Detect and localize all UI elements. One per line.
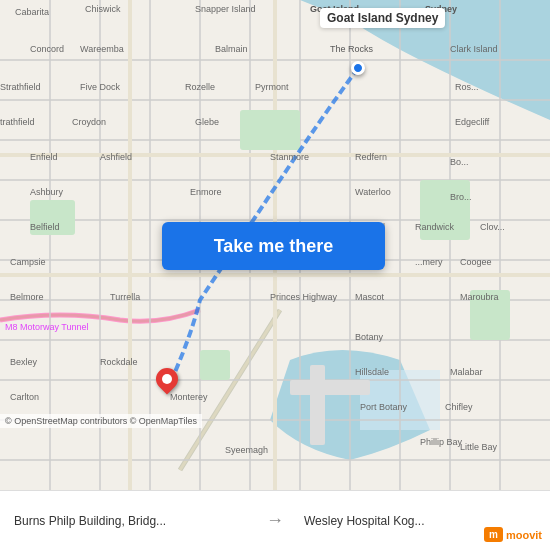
svg-text:Port Botany: Port Botany — [360, 402, 408, 412]
moovit-logo: m moovit — [484, 527, 542, 542]
bottom-bar: Burns Philp Building, Bridg... → Wesley … — [0, 490, 550, 550]
svg-text:Mascot: Mascot — [355, 292, 385, 302]
button-label: Take me there — [214, 236, 334, 257]
map-attribution: © OpenStreetMap contributors © OpenMapTi… — [0, 414, 202, 428]
from-location-label: Burns Philp Building, Bridg... — [0, 514, 260, 528]
svg-text:...mery: ...mery — [415, 257, 443, 267]
svg-text:Five Dock: Five Dock — [80, 82, 121, 92]
svg-text:Rockdale: Rockdale — [100, 357, 138, 367]
svg-text:Croydon: Croydon — [72, 117, 106, 127]
svg-text:Clov...: Clov... — [480, 222, 505, 232]
svg-text:Waterloo: Waterloo — [355, 187, 391, 197]
svg-text:M8 Motorway Tunnel: M8 Motorway Tunnel — [5, 322, 89, 332]
svg-text:Pyrmont: Pyrmont — [255, 82, 289, 92]
svg-text:Strathfield: Strathfield — [0, 82, 41, 92]
map-container: Cabarita Chiswick Snapper Island Goat Is… — [0, 0, 550, 490]
svg-text:Maroubra: Maroubra — [460, 292, 499, 302]
take-me-there-button[interactable]: Take me there — [162, 222, 385, 270]
location-label: Goat Island Sydney — [320, 8, 445, 28]
svg-text:Malabar: Malabar — [450, 367, 483, 377]
svg-text:Rozelle: Rozelle — [185, 82, 215, 92]
svg-rect-28 — [240, 110, 300, 150]
svg-text:Edgecliff: Edgecliff — [455, 117, 490, 127]
svg-text:Turrella: Turrella — [110, 292, 140, 302]
svg-text:Stanmore: Stanmore — [270, 152, 309, 162]
svg-text:Concord: Concord — [30, 44, 64, 54]
svg-text:Phillip Bay: Phillip Bay — [420, 437, 463, 447]
origin-location-text: Goat Island Sydney — [327, 11, 438, 25]
svg-text:Belfield: Belfield — [30, 222, 60, 232]
svg-rect-34 — [310, 365, 325, 445]
svg-text:Clark Island: Clark Island — [450, 44, 498, 54]
svg-text:Redfern: Redfern — [355, 152, 387, 162]
arrow-icon: → — [260, 510, 290, 531]
svg-text:trathfield: trathfield — [0, 117, 35, 127]
destination-marker — [156, 368, 178, 390]
svg-text:Chiswick: Chiswick — [85, 4, 121, 14]
svg-text:Princes Highway: Princes Highway — [270, 292, 338, 302]
to-location-label: Wesley Hospital Kog... — [290, 514, 550, 528]
moovit-text: moovit — [506, 529, 542, 541]
svg-text:Glebe: Glebe — [195, 117, 219, 127]
svg-text:Enfield: Enfield — [30, 152, 58, 162]
svg-text:Monterey: Monterey — [170, 392, 208, 402]
svg-text:Little Bay: Little Bay — [460, 442, 498, 452]
svg-text:Randwick: Randwick — [415, 222, 455, 232]
svg-text:Ashbury: Ashbury — [30, 187, 64, 197]
pin-head — [151, 363, 182, 394]
svg-text:Wareemba: Wareemba — [80, 44, 124, 54]
svg-rect-32 — [200, 350, 230, 380]
svg-rect-33 — [290, 380, 370, 395]
svg-text:Cabarita: Cabarita — [15, 7, 49, 17]
svg-text:Ashfield: Ashfield — [100, 152, 132, 162]
svg-text:Carlton: Carlton — [10, 392, 39, 402]
svg-text:Botany: Botany — [355, 332, 384, 342]
svg-text:Campsie: Campsie — [10, 257, 46, 267]
svg-text:Bexley: Bexley — [10, 357, 38, 367]
svg-text:Bo...: Bo... — [450, 157, 469, 167]
svg-text:Balmain: Balmain — [215, 44, 248, 54]
svg-text:Belmore: Belmore — [10, 292, 44, 302]
svg-text:Snapper Island: Snapper Island — [195, 4, 256, 14]
moovit-m-icon: m — [484, 527, 503, 542]
origin-marker — [351, 61, 365, 75]
svg-text:Hillsdale: Hillsdale — [355, 367, 389, 377]
svg-text:Coogee: Coogee — [460, 257, 492, 267]
svg-text:Bro...: Bro... — [450, 192, 472, 202]
svg-text:The Rocks: The Rocks — [330, 44, 374, 54]
svg-text:Chifley: Chifley — [445, 402, 473, 412]
svg-text:Enmore: Enmore — [190, 187, 222, 197]
svg-text:Syeemagh: Syeemagh — [225, 445, 268, 455]
svg-text:Ros...: Ros... — [455, 82, 479, 92]
